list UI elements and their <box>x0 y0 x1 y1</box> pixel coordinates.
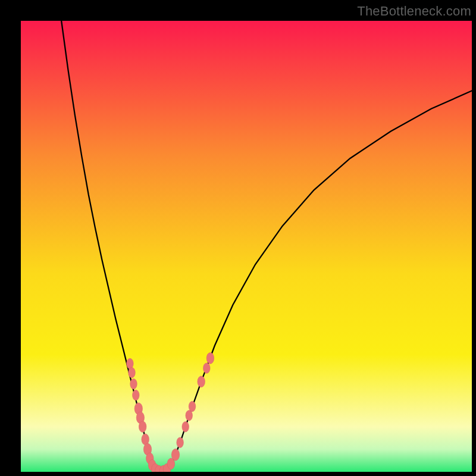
plot-area <box>21 21 472 472</box>
data-marker <box>186 411 193 421</box>
data-marker <box>198 376 205 387</box>
data-marker <box>133 390 140 400</box>
chart-svg <box>21 21 472 472</box>
data-marker <box>129 367 136 378</box>
data-marker <box>203 363 211 374</box>
data-marker <box>182 421 189 432</box>
data-marker <box>177 437 184 448</box>
data-marker <box>139 421 146 433</box>
chart-frame: TheBottleneck.com <box>0 0 476 476</box>
watermark-text: TheBottleneck.com <box>357 4 471 19</box>
data-marker <box>171 449 179 461</box>
data-marker <box>189 401 196 412</box>
data-marker <box>206 353 214 364</box>
gradient-background <box>21 21 472 472</box>
data-marker <box>130 378 137 389</box>
